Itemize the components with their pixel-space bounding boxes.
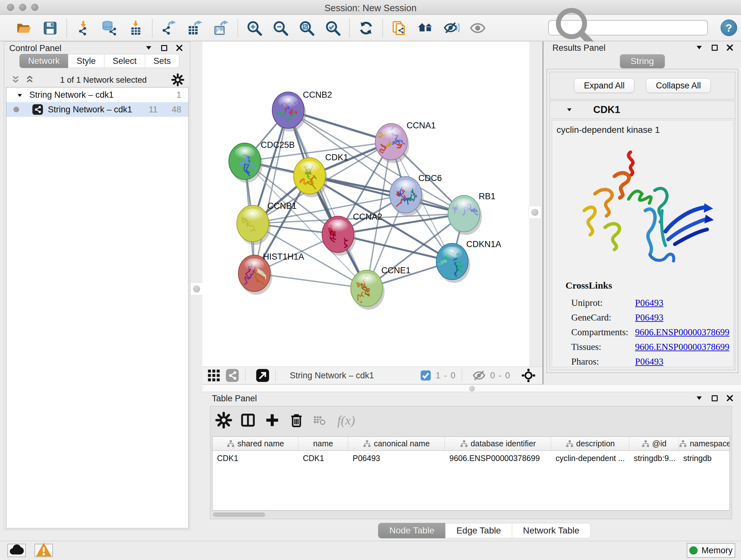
float-panel-icon[interactable]	[160, 44, 168, 52]
crosslink-link[interactable]: P06493	[635, 312, 664, 323]
table-cell[interactable]: CDK1	[298, 454, 348, 463]
duplicate-network-icon[interactable]	[390, 19, 408, 37]
hide-string-style-icon[interactable]	[442, 19, 461, 37]
table-splitter[interactable]	[202, 384, 741, 392]
grid-view-icon[interactable]	[207, 368, 221, 382]
network-canvas[interactable]: CCNB2CCNA1CDC25BCDK1CDC6RB1CCNB1CCNA2CDK…	[202, 42, 529, 367]
table-cell[interactable]: P06493	[348, 454, 445, 463]
crosslink-link[interactable]: P06493	[635, 356, 664, 367]
graphics-details-icon[interactable]	[468, 19, 487, 37]
close-panel-icon[interactable]	[175, 44, 184, 52]
network-node-CCNB1[interactable]: CCNB1	[237, 201, 297, 245]
tab-node-table[interactable]: Node Table	[378, 523, 445, 538]
table-cell[interactable]: cyclin-dependent ...	[551, 454, 629, 463]
network-options-gear-icon[interactable]	[172, 73, 184, 86]
table-row[interactable]: CDK1CDK1P064939606.ENSP00000378699cyclin…	[212, 451, 730, 465]
refresh-network-icon[interactable]	[357, 19, 375, 37]
search-box[interactable]	[548, 20, 708, 36]
column-header-name[interactable]: name	[298, 437, 348, 450]
table-settings-gear-icon[interactable]	[215, 412, 232, 428]
column-header-namespace[interactable]: namespace	[679, 437, 730, 450]
table-cell[interactable]: stringdb	[679, 454, 730, 463]
gene-disclosure-icon[interactable]	[565, 106, 574, 113]
tab-network[interactable]: Network	[19, 54, 68, 68]
export-network-icon[interactable]	[159, 19, 178, 37]
current-network-indicator	[13, 107, 19, 112]
crosslink-link[interactable]: P06493	[635, 298, 664, 308]
table-horizontal-scrollbar[interactable]	[213, 512, 265, 517]
add-column-icon[interactable]	[264, 412, 280, 428]
tab-string[interactable]: String	[620, 54, 665, 68]
collapse-all-button[interactable]: Collapse All	[646, 78, 711, 93]
collapse-panel-icon[interactable]	[145, 44, 153, 52]
close-panel-icon[interactable]	[726, 394, 734, 402]
search-input[interactable]	[600, 23, 707, 33]
selected-checkbox-icon[interactable]	[420, 369, 432, 381]
save-session-icon[interactable]	[41, 19, 59, 37]
delete-column-icon[interactable]	[288, 412, 305, 428]
right-splitter[interactable]	[529, 42, 542, 367]
tab-network-table[interactable]: Network Table	[512, 523, 591, 538]
column-header-canonical name[interactable]: canonical name	[348, 437, 445, 450]
import-table-from-file-icon[interactable]	[126, 19, 145, 37]
node-label-RB1: RB1	[479, 192, 495, 201]
warnings-button[interactable]	[35, 544, 53, 557]
network-node-HIST1H1A[interactable]: HIST1H1A	[239, 252, 304, 295]
network-tree-child-row[interactable]: String Network – cdk1 11 48	[6, 102, 188, 117]
network-badge-gray-icon[interactable]	[225, 368, 239, 382]
left-splitter-handle[interactable]	[190, 283, 203, 295]
zoom-out-icon[interactable]	[271, 19, 290, 37]
open-file-icon[interactable]	[15, 19, 33, 37]
node-table-body: CDK1CDK1P064939606.ENSP00000378699cyclin…	[212, 451, 730, 465]
table-cell[interactable]: 9606.ENSP00000378699	[445, 454, 551, 463]
table-cell[interactable]: stringdb:9...	[629, 454, 679, 463]
float-panel-icon[interactable]	[711, 394, 719, 402]
memory-button[interactable]: Memory	[687, 543, 735, 558]
table-cell[interactable]: CDK1	[212, 454, 298, 463]
column-header-@id[interactable]: @id	[629, 437, 679, 450]
column-header-shared name[interactable]: shared name	[212, 437, 298, 450]
help-button[interactable]: ?	[721, 19, 737, 36]
import-network-from-file-icon[interactable]	[74, 19, 92, 37]
expand-all-networks-icon[interactable]	[24, 75, 36, 85]
network-node-CCNE1[interactable]: CCNE1	[351, 266, 411, 310]
crosslink-link[interactable]: 9606.ENSP00000378699	[635, 341, 730, 352]
export-table-icon[interactable]	[186, 19, 204, 37]
table-splitter-handle[interactable]	[469, 386, 475, 391]
birdseye-crosshair-icon[interactable]	[522, 368, 536, 382]
gene-section-header[interactable]: CDK1	[550, 101, 735, 119]
float-panel-icon[interactable]	[711, 44, 719, 52]
show-columns-icon[interactable]	[240, 412, 256, 428]
network-edge-CCNB2-CCNE1[interactable]	[288, 110, 367, 288]
network-node-CDC6[interactable]: CDC6	[390, 173, 442, 216]
tab-style[interactable]: Style	[68, 54, 104, 68]
network-tree-root-row[interactable]: String Network – cdk1 1	[6, 87, 188, 102]
expand-all-button[interactable]: Expand All	[574, 78, 635, 93]
zoom-fit-icon[interactable]	[297, 19, 316, 37]
network-node-CDK1[interactable]: CDK1	[293, 152, 348, 197]
collapse-panel-icon[interactable]	[695, 394, 703, 402]
tree-disclosure-icon[interactable]	[16, 91, 23, 98]
tab-select[interactable]: Select	[104, 54, 145, 68]
first-neighbors-icon[interactable]	[416, 19, 434, 37]
right-splitter-handle[interactable]	[529, 206, 541, 219]
crosslink-link[interactable]: 9606.ENSP00000378699	[635, 327, 730, 337]
close-panel-icon[interactable]	[726, 44, 734, 52]
network-node-CDKN1A[interactable]: CDKN1A	[436, 240, 501, 283]
tab-edge-table[interactable]: Edge Table	[445, 523, 512, 538]
column-header-description[interactable]: description	[551, 437, 629, 450]
collapse-panel-icon[interactable]	[695, 44, 703, 52]
export-image-icon[interactable]	[212, 19, 230, 37]
column-header-database identifier[interactable]: database identifier	[445, 437, 551, 450]
cloud-status-button[interactable]	[7, 544, 26, 557]
network-node-CCNB2[interactable]: CCNB2	[272, 90, 332, 132]
zoom-in-icon[interactable]	[245, 19, 264, 37]
import-network-from-database-icon[interactable]	[100, 19, 119, 37]
collapse-all-networks-icon[interactable]	[10, 75, 21, 85]
crosslink-label: Tissues:	[571, 341, 635, 352]
detach-view-icon[interactable]	[256, 368, 270, 382]
network-node-CDC25B[interactable]: CDC25B	[229, 140, 295, 183]
zoom-selected-icon[interactable]	[324, 19, 342, 37]
network-node-RB1[interactable]: RB1	[448, 192, 495, 235]
tab-sets[interactable]: Sets	[145, 54, 179, 68]
